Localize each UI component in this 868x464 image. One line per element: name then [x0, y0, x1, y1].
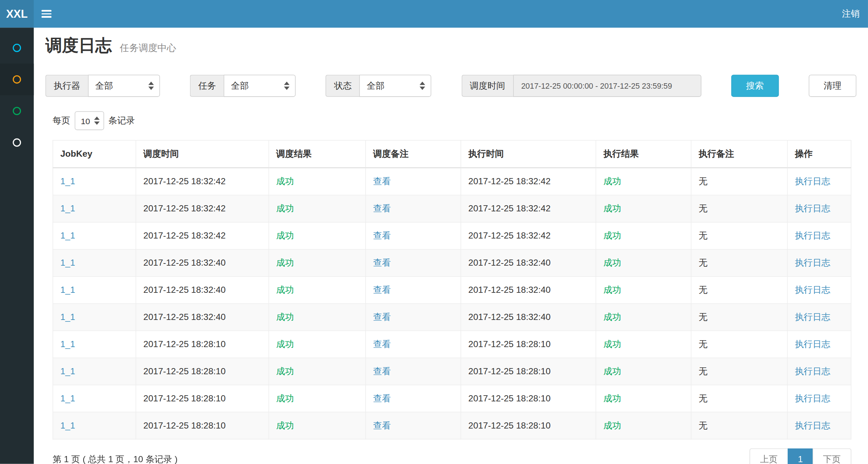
- page-title: 调度日志: [45, 36, 112, 54]
- exec-log-link[interactable]: 执行日志: [795, 312, 830, 322]
- jobkey-link[interactable]: 1_1: [60, 393, 75, 403]
- trigger-msg-link[interactable]: 查看: [373, 204, 391, 213]
- exec-log-link[interactable]: 执行日志: [795, 366, 830, 376]
- trigger-msg-link[interactable]: 查看: [373, 421, 391, 430]
- jobkey-link[interactable]: 1_1: [60, 312, 75, 322]
- handle-msg-cell: 无: [691, 195, 787, 222]
- exec-log-link[interactable]: 执行日志: [795, 258, 830, 267]
- logout-link[interactable]: 注销: [834, 0, 868, 28]
- jobkey-cell: 1_1: [53, 277, 136, 304]
- table-row: 1_1 2017-12-25 18:32:42 成功 查看 2017-12-25…: [53, 195, 851, 222]
- pagesize-row: 每页 10 条记录: [52, 111, 851, 130]
- jobkey-link[interactable]: 1_1: [60, 366, 75, 376]
- exec-log-link[interactable]: 执行日志: [795, 204, 830, 213]
- clean-button[interactable]: 清理: [809, 75, 856, 97]
- search-button[interactable]: 搜索: [731, 75, 779, 97]
- exec-log-link[interactable]: 执行日志: [795, 177, 830, 186]
- handle-msg-cell: 无: [691, 412, 787, 439]
- trigger-msg-link[interactable]: 查看: [373, 258, 391, 267]
- job-filter-select[interactable]: 全部: [224, 75, 296, 97]
- exec-log-link[interactable]: 执行日志: [795, 421, 830, 430]
- table-row: 1_1 2017-12-25 18:28:10 成功 查看 2017-12-25…: [53, 358, 851, 385]
- jobkey-link[interactable]: 1_1: [60, 177, 75, 186]
- jobkey-link[interactable]: 1_1: [60, 204, 75, 213]
- navbar-spacer: [59, 0, 834, 28]
- trigger-msg-cell: 查看: [366, 249, 461, 277]
- exec-log-link[interactable]: 执行日志: [795, 393, 830, 403]
- trigger-msg-link[interactable]: 查看: [373, 312, 391, 322]
- jobkey-cell: 1_1: [53, 358, 136, 385]
- jobkey-link[interactable]: 1_1: [60, 258, 75, 267]
- sidebar-item-3[interactable]: [0, 95, 34, 127]
- jobkey-link[interactable]: 1_1: [60, 231, 75, 240]
- handle-msg-cell: 无: [691, 168, 787, 195]
- trigger-time-cell: 2017-12-25 18:32:42: [136, 222, 269, 249]
- trigger-time-range-input[interactable]: 2017-12-25 00:00:00 - 2017-12-25 23:59:5…: [513, 75, 701, 97]
- handle-msg-cell: 无: [691, 304, 787, 331]
- jobkey-link[interactable]: 1_1: [60, 339, 75, 349]
- trigger-time-group: 调度时间 2017-12-25 00:00:00 - 2017-12-25 23…: [462, 75, 701, 97]
- prev-page-button[interactable]: 上页: [750, 448, 788, 464]
- filter-toolbar: 执行器 全部 任务 全部 状态 全部: [45, 75, 856, 97]
- page-subtitle: 任务调度中心: [120, 43, 176, 53]
- table-row: 1_1 2017-12-25 18:32:42 成功 查看 2017-12-25…: [53, 168, 851, 195]
- executor-filter-select[interactable]: 全部: [88, 75, 160, 97]
- sidebar-item-4[interactable]: [0, 127, 34, 158]
- sidebar-item-2[interactable]: [0, 64, 34, 95]
- trigger-msg-link[interactable]: 查看: [373, 177, 391, 186]
- sidebar-toggle-button[interactable]: [34, 0, 59, 28]
- status-filter-group: 状态 全部: [326, 75, 431, 97]
- pagination: 上页 1 下页: [750, 448, 851, 464]
- trigger-msg-link[interactable]: 查看: [373, 231, 391, 240]
- trigger-msg-link[interactable]: 查看: [373, 339, 391, 349]
- handle-time-cell: 2017-12-25 18:32:40: [461, 277, 596, 304]
- page-1-button[interactable]: 1: [788, 448, 813, 464]
- column-header-handle-msg: 执行备注: [691, 140, 787, 168]
- trigger-msg-cell: 查看: [366, 412, 461, 439]
- column-header-jobkey: JobKey: [53, 140, 136, 168]
- action-cell: 执行日志: [787, 358, 851, 385]
- exec-log-link[interactable]: 执行日志: [795, 231, 830, 240]
- handle-msg-cell: 无: [691, 249, 787, 277]
- handle-result-cell: 成功: [596, 358, 691, 385]
- handle-msg-cell: 无: [691, 277, 787, 304]
- content-area: 调度日志 任务调度中心 执行器 全部 任务 全部: [34, 28, 868, 464]
- next-page-button[interactable]: 下页: [813, 448, 851, 464]
- sidebar: [0, 28, 34, 464]
- status-filter-select[interactable]: 全部: [359, 75, 431, 97]
- app-logo[interactable]: XXL: [0, 0, 34, 28]
- select-arrows-icon: [284, 82, 290, 90]
- exec-log-link[interactable]: 执行日志: [795, 285, 830, 295]
- handle-result-cell: 成功: [596, 304, 691, 331]
- trigger-time-cell: 2017-12-25 18:32:40: [136, 277, 269, 304]
- jobkey-cell: 1_1: [53, 222, 136, 249]
- jobkey-link[interactable]: 1_1: [60, 421, 75, 430]
- handle-time-cell: 2017-12-25 18:28:10: [461, 412, 596, 439]
- action-cell: 执行日志: [787, 412, 851, 439]
- trigger-result-cell: 成功: [269, 277, 366, 304]
- job-filter-group: 任务 全部: [190, 75, 296, 97]
- action-cell: 执行日志: [787, 168, 851, 195]
- sidebar-item-1[interactable]: [0, 32, 34, 64]
- circle-icon: [13, 75, 21, 84]
- trigger-result-cell: 成功: [269, 358, 366, 385]
- trigger-msg-link[interactable]: 查看: [373, 393, 391, 403]
- action-cell: 执行日志: [787, 195, 851, 222]
- pagesize-select[interactable]: 10: [75, 111, 104, 130]
- main-layout: 调度日志 任务调度中心 执行器 全部 任务 全部: [0, 28, 868, 464]
- trigger-msg-cell: 查看: [366, 195, 461, 222]
- handle-result-cell: 成功: [596, 277, 691, 304]
- hamburger-icon: [42, 10, 52, 18]
- executor-filter-group: 执行器 全部: [45, 75, 160, 97]
- exec-log-link[interactable]: 执行日志: [795, 339, 830, 349]
- trigger-result-cell: 成功: [269, 385, 366, 412]
- table-row: 1_1 2017-12-25 18:28:10 成功 查看 2017-12-25…: [53, 331, 851, 358]
- trigger-msg-link[interactable]: 查看: [373, 285, 391, 295]
- trigger-result-cell: 成功: [269, 195, 366, 222]
- jobkey-link[interactable]: 1_1: [60, 285, 75, 295]
- table-row: 1_1 2017-12-25 18:28:10 成功 查看 2017-12-25…: [53, 385, 851, 412]
- handle-msg-cell: 无: [691, 222, 787, 249]
- top-navbar: XXL 注销: [0, 0, 868, 28]
- trigger-msg-link[interactable]: 查看: [373, 366, 391, 376]
- jobkey-cell: 1_1: [53, 331, 136, 358]
